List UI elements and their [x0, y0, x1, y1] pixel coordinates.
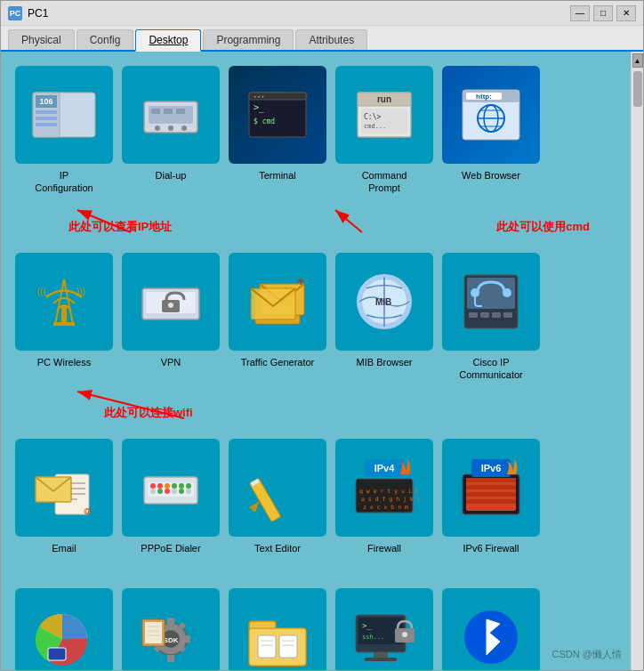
icon-box-ipv6fw: IPv6 [442, 439, 540, 537]
svg-text:● ● ●: ● ● ● [254, 93, 264, 99]
icon-cisco-ip[interactable]: Cisco IP Communicator [442, 253, 540, 382]
svg-point-78 [179, 483, 184, 489]
icon-netflow[interactable]: Netflow Collector [15, 588, 113, 670]
icon-box-text [229, 439, 326, 537]
icon-grid-row2: ((( ))) PC Wireless [15, 253, 616, 400]
icon-box-bluetooth [442, 588, 540, 670]
terminal-label: Terminal [259, 169, 296, 182]
row2-annotations: 此处可以连接wifi [15, 400, 616, 432]
svg-rect-125 [279, 635, 297, 658]
icon-box-firewall: q w e r t y u i o p a s d f g h j k l z … [335, 439, 433, 537]
icon-grid-row3: @ Email [15, 439, 616, 572]
ipv6fw-label: IPv6 Firewall [463, 542, 519, 554]
tab-config[interactable]: Config [76, 29, 134, 50]
watermark: CSDN @懒人情 [552, 648, 622, 661]
ipv6fw-icon-svg: IPv6 [455, 452, 527, 523]
icon-firewall[interactable]: q w e r t y u i o p a s d f g h j k l z … [335, 439, 433, 554]
svg-text:IPv4: IPv4 [374, 463, 396, 473]
svg-text:z x c v b n m: z x c v b n m [363, 504, 408, 511]
scrollbar[interactable]: ▲ [631, 52, 643, 670]
svg-rect-99 [466, 492, 516, 497]
icon-terminal[interactable]: ● ● ● >_ $ cmd Terminal [229, 66, 326, 195]
svg-point-79 [186, 483, 191, 489]
row3-container: @ Email [15, 439, 616, 572]
svg-marker-87 [249, 501, 260, 513]
pppoe-label: PPPoE Dialer [141, 542, 200, 554]
svg-point-77 [172, 483, 177, 489]
svg-text:(((: ((( [37, 287, 47, 296]
cmd-label: CommandPrompt [362, 169, 407, 195]
svg-point-74 [150, 483, 156, 489]
svg-point-57 [471, 288, 479, 297]
title-bar: PC PC1 — □ ✕ [1, 1, 643, 26]
annotation-cmd: 此处可以使用cmd [496, 219, 590, 235]
svg-point-12 [155, 125, 160, 131]
icon-iox[interactable]: SDK IoX IDE [122, 588, 220, 670]
ip-config-label: IPConfiguration [35, 169, 93, 195]
row1-container: 106 IPConfiguration [15, 66, 616, 246]
svg-point-75 [157, 483, 163, 489]
icon-pppoe[interactable]: PPPoE Dialer [122, 439, 220, 554]
icon-web-browser[interactable]: http: Web Browser [442, 66, 540, 195]
minimize-button[interactable]: — [570, 5, 590, 21]
svg-text:@: @ [84, 506, 92, 515]
row4-container: Netflow Collector [15, 588, 616, 670]
content-area: 106 IPConfiguration [1, 52, 643, 670]
firewall-icon-svg: q w e r t y u i o p a s d f g h j k l z … [349, 452, 420, 523]
svg-rect-110 [183, 635, 190, 643]
iox-icon-svg: SDK [135, 602, 206, 670]
icon-traffic-generator[interactable]: + Traffic Generator [229, 253, 326, 382]
cisco-icon-svg [455, 266, 527, 337]
icon-email[interactable]: @ Email [15, 439, 113, 554]
telnet-icon-svg: >_ ssh... [349, 602, 420, 670]
svg-text:+: + [297, 274, 304, 288]
icon-box-dialup [122, 66, 220, 164]
icon-vpn[interactable]: VPN [122, 253, 220, 382]
desktop-content: 106 IPConfiguration [1, 52, 631, 670]
icon-box-tftp [229, 588, 326, 670]
annotation-ip: 此处可以查看IP地址 [68, 219, 172, 235]
icon-pc-wireless[interactable]: ((( ))) PC Wireless [15, 253, 113, 382]
tab-physical[interactable]: Physical [8, 29, 75, 50]
svg-text:cmd...: cmd... [364, 123, 386, 130]
scroll-thumb[interactable] [633, 71, 642, 107]
maximize-button[interactable]: □ [593, 5, 613, 21]
svg-rect-135 [365, 658, 397, 661]
svg-rect-104 [48, 648, 66, 660]
icon-mib-browser[interactable]: MIB MIB Browser [335, 253, 433, 382]
vpn-icon-svg [135, 266, 206, 337]
tab-programming[interactable]: Programming [203, 29, 294, 50]
icon-box-cmd: run C:\> cmd... [335, 66, 433, 164]
bluetooth-icon-svg [455, 602, 527, 670]
svg-text:a s d f g h j k l: a s d f g h j k l [361, 496, 420, 503]
title-controls: — □ ✕ [570, 5, 636, 21]
scroll-up-btn[interactable]: ▲ [632, 53, 643, 68]
svg-text:C:\>: C:\> [364, 113, 381, 121]
pppoe-icon-svg [135, 452, 206, 523]
text-icon-svg [242, 452, 313, 523]
svg-rect-38 [61, 306, 67, 324]
title-bar-left: PC PC1 [8, 6, 48, 20]
wireless-icon-svg: ((( ))) [28, 266, 100, 337]
tab-desktop[interactable]: Desktop [135, 29, 201, 52]
icon-text-editor[interactable]: Text Editor [229, 439, 326, 554]
icon-box-netflow [15, 588, 113, 670]
icon-box-vpn [122, 253, 220, 351]
icon-box-wireless: ((( ))) [15, 253, 113, 351]
svg-point-84 [179, 489, 184, 494]
icon-command-prompt[interactable]: run C:\> cmd... CommandPrompt [335, 66, 433, 195]
close-button[interactable]: ✕ [616, 5, 636, 21]
tab-attributes[interactable]: Attributes [295, 29, 367, 50]
icon-dialup[interactable]: Dial-up [122, 66, 220, 195]
icon-bluetooth[interactable]: Bluetooth [442, 588, 540, 670]
icon-box-iox: SDK [122, 588, 220, 670]
icon-telnet[interactable]: >_ ssh... Telnet / SSH Client [335, 588, 433, 670]
firewall-label: Firewall [367, 542, 401, 554]
icon-ipv6-firewall[interactable]: IPv6 IPv6 Firewall [442, 439, 540, 554]
svg-rect-61 [492, 312, 501, 318]
svg-rect-59 [469, 312, 478, 318]
svg-rect-97 [466, 478, 516, 482]
icon-ip-config[interactable]: 106 IPConfiguration [15, 66, 113, 195]
icon-tftp[interactable]: TFTP Service [229, 588, 326, 670]
icon-box-cisco [442, 253, 540, 351]
